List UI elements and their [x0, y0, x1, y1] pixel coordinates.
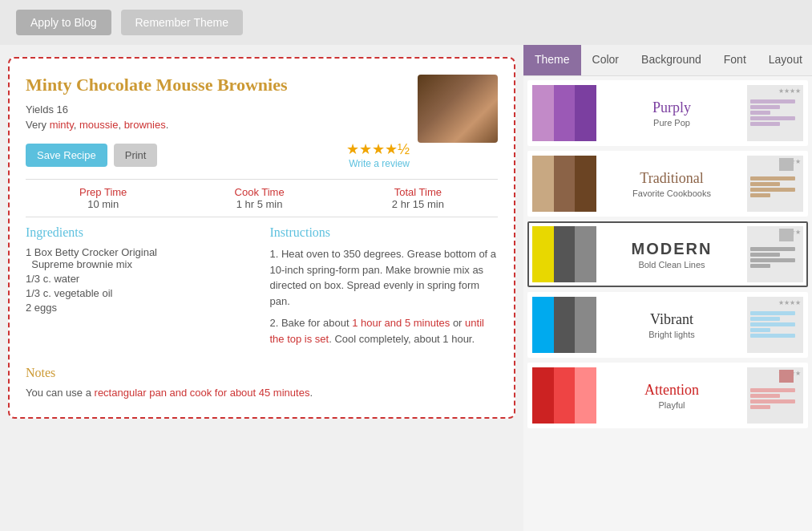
- rating-area: ★★★★½ Write a review: [346, 140, 410, 169]
- traditional-desc: Favorite Cookbooks: [603, 188, 741, 198]
- instructions-title: Instructions: [270, 225, 499, 240]
- traditional-swatch: [532, 156, 596, 212]
- attention-preview: ★★★★: [747, 367, 803, 424]
- modern-preview-img: [779, 229, 794, 241]
- instruction-link-1[interactable]: 1 hour and 5 minutes: [352, 317, 450, 329]
- ingredient-3: 1/3 c. vegetable oil: [26, 287, 254, 299]
- prep-time-value: 10 min: [79, 198, 127, 210]
- vibrant-preview-stars: ★★★★: [778, 299, 801, 306]
- vibrant-desc: Bright lights: [603, 330, 741, 339]
- theme-item-vibrant[interactable]: Vibrant Bright lights ★★★★: [527, 292, 808, 358]
- cook-time: Cook Time 1 hr 5 min: [235, 186, 285, 210]
- remember-theme-button[interactable]: Remember Theme: [121, 10, 243, 35]
- ingredient-2: 1/3 c. water: [26, 273, 254, 285]
- modern-desc: Bold Clean Lines: [603, 260, 741, 270]
- modern-preview: ★★★★: [747, 226, 803, 282]
- cook-time-value: 1 hr 5 min: [235, 198, 285, 210]
- attention-swatch: [532, 367, 596, 424]
- vibrant-info: Vibrant Bright lights: [596, 308, 747, 343]
- notes-title: Notes: [26, 366, 498, 380]
- total-time: Total Time 2 hr 15 min: [392, 186, 444, 210]
- theme-item-attention[interactable]: Attention Playful ★★★★: [527, 363, 808, 428]
- left-panel: Minty Chocolate Mousse Brownies Yields 1…: [0, 45, 523, 531]
- ingredients-instructions: Ingredients 1 Box Betty Crocker Original…: [26, 225, 498, 353]
- total-time-label: Total Time: [392, 186, 444, 198]
- times-row: Prep Time 10 min Cook Time 1 hr 5 min To…: [26, 179, 498, 217]
- main-layout: Minty Chocolate Mousse Brownies Yields 1…: [0, 45, 812, 531]
- tag-minty[interactable]: minty: [50, 119, 74, 131]
- theme-item-modern[interactable]: MODERN Bold Clean Lines ★★★★: [527, 221, 808, 287]
- ingredients-col: Ingredients 1 Box Betty Crocker Original…: [26, 225, 254, 353]
- recipe-image: [418, 75, 498, 143]
- tab-layout[interactable]: Layout: [757, 45, 812, 75]
- purply-preview-stars: ★★★★: [778, 87, 801, 95]
- vibrant-preview: ★★★★: [747, 297, 803, 353]
- ingredients-title: Ingredients: [26, 225, 254, 240]
- modern-name: MODERN: [603, 240, 741, 258]
- tab-color[interactable]: Color: [581, 45, 630, 75]
- theme-tabs: Theme Color Background Font Layout: [523, 45, 812, 76]
- themes-list: Purply Pure Pop ★★★★: [523, 76, 812, 531]
- modern-info: MODERN Bold Clean Lines: [596, 237, 747, 273]
- attention-name: Attention: [603, 382, 741, 399]
- prep-time-label: Prep Time: [79, 186, 127, 198]
- traditional-name: Traditional: [603, 170, 741, 187]
- notes-text: You can use a rectangular pan and cook f…: [26, 385, 498, 401]
- ingredient-1: 1 Box Betty Crocker Original Supreme bro…: [26, 246, 254, 270]
- purply-swatch: [532, 85, 596, 141]
- write-review-link[interactable]: Write a review: [346, 158, 410, 169]
- total-time-value: 2 hr 15 min: [392, 198, 444, 210]
- right-panel: Theme Color Background Font Layout Purpl…: [523, 45, 812, 531]
- tag-moussie[interactable]: moussie: [79, 119, 118, 131]
- theme-item-traditional[interactable]: Traditional Favorite Cookbooks ★★★★: [527, 151, 808, 217]
- traditional-info: Traditional Favorite Cookbooks: [596, 167, 747, 201]
- theme-item-purply[interactable]: Purply Pure Pop ★★★★: [527, 80, 808, 146]
- purply-preview: ★★★★: [747, 85, 803, 141]
- notes-link[interactable]: rectangular pan and cook for about 45 mi…: [95, 387, 310, 399]
- cook-time-label: Cook Time: [235, 186, 285, 198]
- tab-background[interactable]: Background: [630, 45, 713, 75]
- purply-info: Purply Pure Pop: [596, 96, 747, 131]
- star-rating: ★★★★½: [346, 141, 410, 157]
- recipe-actions: Save Recipe Print ★★★★½ Write a review: [26, 140, 410, 169]
- attention-info: Attention Playful: [596, 379, 747, 413]
- traditional-preview: ★★★★: [747, 156, 803, 212]
- modern-swatch: [532, 226, 596, 282]
- instruction-2: 2. Bake for about 1 hour and 5 minutes o…: [270, 315, 499, 347]
- ingredient-4: 2 eggs: [26, 302, 254, 314]
- recipe-card: Minty Chocolate Mousse Brownies Yields 1…: [8, 57, 515, 419]
- tag-brownies[interactable]: brownies: [124, 119, 166, 131]
- top-bar: Apply to Blog Remember Theme: [0, 0, 812, 45]
- instruction-1: 1. Heat oven to 350 degrees. Grease bott…: [270, 246, 499, 309]
- purply-desc: Pure Pop: [603, 118, 741, 128]
- attention-desc: Playful: [603, 400, 741, 410]
- notes-section: Notes You can use a rectangular pan and …: [26, 366, 498, 401]
- print-button[interactable]: Print: [114, 144, 158, 167]
- tab-theme[interactable]: Theme: [523, 45, 581, 75]
- apply-to-blog-button[interactable]: Apply to Blog: [16, 10, 111, 35]
- instructions-col: Instructions 1. Heat oven to 350 degrees…: [270, 225, 499, 353]
- tab-font[interactable]: Font: [713, 45, 757, 75]
- attention-preview-img: [779, 370, 794, 383]
- vibrant-swatch: [532, 297, 596, 353]
- save-recipe-button[interactable]: Save Recipe: [26, 144, 107, 167]
- purply-name: Purply: [603, 99, 741, 116]
- prep-time: Prep Time 10 min: [79, 186, 127, 210]
- traditional-preview-img: [779, 158, 794, 171]
- vibrant-name: Vibrant: [603, 311, 741, 328]
